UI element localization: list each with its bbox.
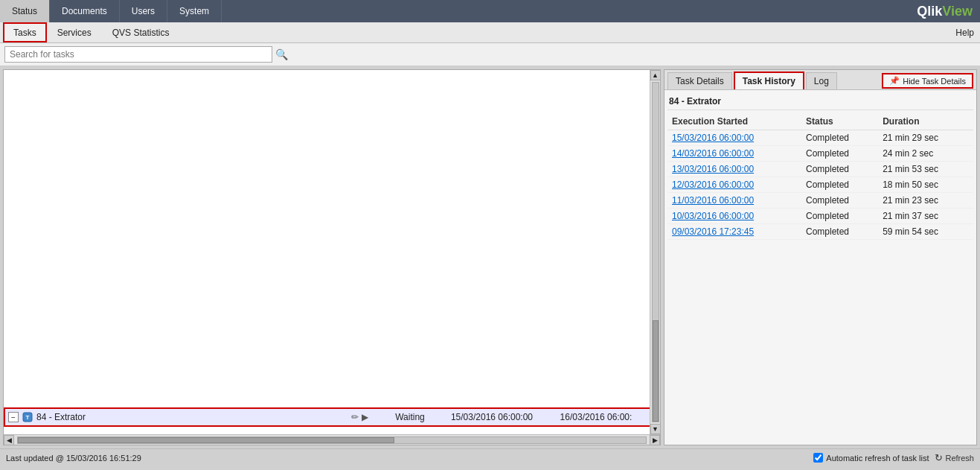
col-status: Status: [801, 113, 878, 130]
detail-content: 84 - Extrator Execution Started Status D…: [664, 90, 976, 445]
auto-refresh-label: Automatic refresh of task list: [826, 454, 929, 463]
top-nav-users[interactable]: Users: [120, 0, 167, 22]
row-status: Completed: [801, 146, 878, 162]
tab-task-history[interactable]: Task History: [734, 72, 804, 89]
search-bar: 🔍: [0, 43, 980, 66]
task-next-run: 15/03/2016 06:00:00: [440, 412, 544, 422]
col-duration: Duration: [878, 113, 973, 130]
row-status: Completed: [801, 209, 878, 224]
scroll-track[interactable]: [652, 82, 659, 422]
exec-link[interactable]: 14/03/2016 06:00:00: [672, 148, 754, 159]
scroll-down-arrow[interactable]: ▼: [650, 424, 661, 434]
task-play-icon[interactable]: ▶: [362, 412, 368, 422]
scroll-left-arrow[interactable]: ◀: [4, 435, 14, 445]
history-row: 13/03/2016 06:00:00 Completed 21 min 53 …: [667, 162, 973, 177]
vertical-scrollbar[interactable]: ▲ ▼: [650, 70, 660, 434]
nav-tasks[interactable]: Tasks: [3, 22, 47, 42]
history-table: Execution Started Status Duration 15/03/…: [667, 113, 973, 240]
top-nav-system[interactable]: System: [167, 0, 222, 22]
task-row[interactable]: − T 84 - Extrator ✏ ▶ Waiting 15/03/2016…: [4, 407, 653, 427]
task-edit-icon[interactable]: ✏: [351, 412, 359, 422]
exec-link[interactable]: 10/03/2016 06:00:00: [672, 211, 754, 221]
exec-link[interactable]: 12/03/2016 06:00:00: [672, 180, 754, 190]
detail-title: 84 - Extrator: [667, 93, 973, 110]
history-row: 11/03/2016 06:00:00 Completed 21 min 23 …: [667, 193, 973, 209]
row-duration: 21 min 37 sec: [878, 209, 973, 224]
auto-refresh-checkbox[interactable]: [813, 453, 823, 463]
status-bar: Last updated @ 15/03/2016 16:51:29 Autom…: [0, 448, 980, 466]
refresh-icon: ↻: [935, 452, 943, 463]
row-status: Completed: [801, 130, 878, 146]
task-list-panel: − T 84 - Extrator ✏ ▶ Waiting 15/03/2016…: [3, 69, 661, 445]
task-list-content[interactable]: − T 84 - Extrator ✏ ▶ Waiting 15/03/2016…: [4, 70, 660, 434]
svg-text:T: T: [26, 414, 30, 421]
task-expand-button[interactable]: −: [8, 412, 19, 422]
nav-services[interactable]: Services: [47, 22, 102, 42]
row-status: Completed: [801, 224, 878, 240]
task-name: 84 - Extrator: [36, 412, 185, 422]
exec-link[interactable]: 11/03/2016 06:00:00: [672, 195, 754, 206]
top-nav-status[interactable]: Status: [0, 0, 50, 22]
tab-task-details[interactable]: Task Details: [667, 72, 732, 89]
qlikview-logo: QlikView: [917, 4, 973, 19]
search-input[interactable]: [4, 46, 272, 63]
row-status: Completed: [801, 177, 878, 193]
h-scroll-track[interactable]: [17, 436, 647, 444]
exec-link[interactable]: 15/03/2016 06:00:00: [672, 133, 754, 143]
scroll-right-arrow[interactable]: ▶: [650, 435, 660, 445]
pin-icon: 📌: [889, 76, 900, 86]
row-duration: 24 min 2 sec: [878, 146, 973, 162]
history-row: 09/03/2016 17:23:45 Completed 59 min 54 …: [667, 224, 973, 240]
task-status: Waiting: [380, 412, 440, 422]
scroll-thumb[interactable]: [653, 320, 659, 422]
nav-qvs-statistics[interactable]: QVS Statistics: [102, 22, 180, 42]
detail-tabs: Task Details Task History Log 📌 Hide Tas…: [664, 70, 976, 90]
top-nav: Status Documents Users System QlikView: [0, 0, 980, 22]
row-duration: 18 min 50 sec: [878, 177, 973, 193]
row-duration: 59 min 54 sec: [878, 224, 973, 240]
row-duration: 21 min 53 sec: [878, 162, 973, 177]
top-nav-documents[interactable]: Documents: [50, 0, 120, 22]
row-status: Completed: [801, 162, 878, 177]
search-icon[interactable]: 🔍: [275, 48, 288, 60]
refresh-label: Refresh: [945, 454, 974, 463]
tab-log[interactable]: Log: [806, 72, 837, 89]
last-updated: Last updated @ 15/03/2016 16:51:29: [6, 454, 141, 463]
horizontal-scrollbar[interactable]: ◀ ▶: [4, 434, 660, 445]
hide-task-details-button[interactable]: 📌 Hide Task Details: [882, 73, 973, 89]
history-row: 12/03/2016 06:00:00 Completed 18 min 50 …: [667, 177, 973, 193]
history-row: 10/03/2016 06:00:00 Completed 21 min 37 …: [667, 209, 973, 224]
main-layout: − T 84 - Extrator ✏ ▶ Waiting 15/03/2016…: [0, 66, 980, 448]
row-status: Completed: [801, 193, 878, 209]
exec-link[interactable]: 13/03/2016 06:00:00: [672, 164, 754, 174]
refresh-button[interactable]: ↻ Refresh: [935, 452, 974, 463]
col-exec-started: Execution Started: [667, 113, 801, 130]
hide-details-label: Hide Task Details: [903, 77, 966, 86]
scroll-up-arrow[interactable]: ▲: [650, 70, 661, 80]
status-bar-right: Automatic refresh of task list ↻ Refresh: [813, 452, 974, 463]
second-nav: Tasks Services QVS Statistics Help: [0, 22, 980, 43]
row-duration: 21 min 23 sec: [878, 193, 973, 209]
help-button[interactable]: Help: [955, 28, 974, 38]
task-detail-panel: Task Details Task History Log 📌 Hide Tas…: [664, 69, 977, 445]
exec-link[interactable]: 09/03/2016 17:23:45: [672, 226, 754, 237]
history-row: 15/03/2016 06:00:00 Completed 21 min 29 …: [667, 130, 973, 146]
task-icon: T: [22, 411, 33, 423]
row-duration: 21 min 29 sec: [878, 130, 973, 146]
history-row: 14/03/2016 06:00:00 Completed 24 min 2 s…: [667, 146, 973, 162]
task-last-run: 16/03/2016 06:00:: [544, 412, 648, 422]
h-scroll-thumb[interactable]: [18, 437, 394, 443]
